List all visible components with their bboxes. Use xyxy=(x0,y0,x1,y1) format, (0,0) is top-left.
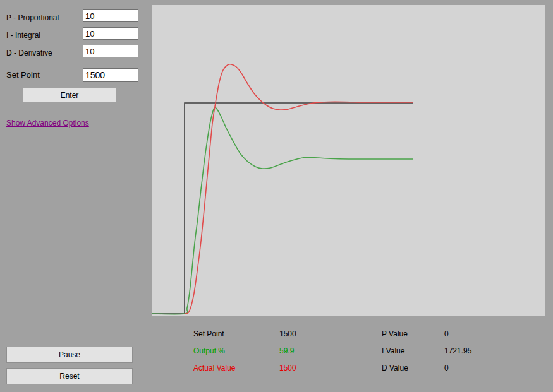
set-point-input[interactable] xyxy=(83,68,138,82)
i-field-row: I - Integral xyxy=(6,29,40,40)
status-output-value: 59.9 xyxy=(279,347,294,355)
series-output-percent xyxy=(152,107,413,314)
status-actual-value-label: Actual Value xyxy=(193,364,236,372)
p-input[interactable] xyxy=(83,9,138,22)
status-set-point-value: 1500 xyxy=(279,330,296,338)
series-set-point-step xyxy=(152,103,413,314)
p-label: P - Proportional xyxy=(6,13,59,22)
d-field-row: D - Derivative xyxy=(6,47,52,58)
status-p-value-label: P Value xyxy=(382,330,408,338)
status-p-value-value: 0 xyxy=(444,330,449,338)
status-output-label: Output % xyxy=(193,347,225,355)
set-point-field-row: Set Point xyxy=(6,70,40,80)
reset-button[interactable]: Reset xyxy=(6,368,133,384)
chart-panel xyxy=(152,5,545,316)
i-input[interactable] xyxy=(83,27,138,40)
enter-button[interactable]: Enter xyxy=(23,88,116,102)
d-label: D - Derivative xyxy=(6,49,52,57)
series-actual-value xyxy=(185,64,413,314)
status-d-value-label: D Value xyxy=(382,364,408,372)
status-d-value-value: 0 xyxy=(444,364,449,372)
i-label: I - Integral xyxy=(6,31,40,40)
set-point-label: Set Point xyxy=(6,70,40,80)
status-actual-value-value: 1500 xyxy=(279,364,296,372)
status-i-value-label: I Value xyxy=(382,347,404,355)
pid-response-chart xyxy=(152,5,545,316)
p-field-row: P - Proportional xyxy=(6,11,59,23)
status-i-value-value: 1721.95 xyxy=(444,347,471,355)
show-advanced-options-link[interactable]: Show Advanced Options xyxy=(6,119,89,128)
pause-button[interactable]: Pause xyxy=(6,347,133,363)
status-set-point-label: Set Point xyxy=(193,330,224,338)
pid-simulator-window: P - Proportional I - Integral D - Deriva… xyxy=(0,0,553,392)
d-input[interactable] xyxy=(83,45,138,57)
